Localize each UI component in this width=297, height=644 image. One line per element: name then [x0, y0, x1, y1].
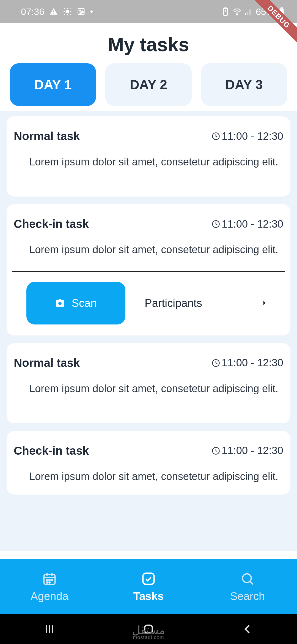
nav-search[interactable]: Search [198, 559, 297, 614]
clock-icon [212, 132, 220, 140]
svg-point-30 [49, 579, 50, 581]
task-card[interactable]: Normal task 11:00 - 12:30 Lorem ipsum do… [7, 116, 290, 197]
svg-point-35 [243, 574, 251, 583]
svg-point-10 [79, 10, 81, 11]
task-title: Check-in task [14, 217, 89, 231]
back-button[interactable] [241, 623, 254, 636]
page-title: My tasks [0, 34, 297, 56]
check-icon [141, 571, 156, 586]
divider [12, 271, 285, 272]
recents-button[interactable] [43, 623, 56, 636]
task-time: 11:00 - 12:30 [212, 445, 283, 457]
clock-icon [212, 359, 220, 367]
svg-rect-11 [223, 9, 227, 15]
calendar-icon [42, 571, 57, 586]
task-title: Normal task [14, 130, 80, 143]
home-button[interactable]: مستقل mostaql.com [142, 623, 155, 636]
svg-point-0 [66, 10, 69, 13]
task-description: Lorem ipsum dolor sit amet, consetetur a… [14, 382, 283, 396]
participants-button[interactable]: Participants [136, 297, 283, 309]
signal-icon [244, 7, 253, 16]
tab-day-2[interactable]: DAY 2 [105, 63, 191, 106]
svg-point-32 [46, 582, 48, 583]
task-card[interactable]: Check-in task 11:00 - 12:30 Lorem ipsum … [7, 431, 290, 495]
search-icon [240, 571, 255, 586]
status-bar: 07:36 65% DEBUG [0, 0, 297, 23]
svg-point-31 [51, 579, 53, 581]
task-title: Check-in task [14, 444, 89, 457]
svg-rect-17 [250, 9, 251, 15]
tab-day-3[interactable]: DAY 3 [201, 63, 287, 106]
svg-point-22 [58, 302, 62, 305]
watermark: مستقل mostaql.com [132, 625, 165, 640]
clock-icon [212, 447, 220, 455]
system-nav-bar: مستقل mostaql.com [0, 614, 297, 644]
svg-point-33 [49, 582, 50, 583]
nav-label: Tasks [133, 590, 164, 602]
camera-icon [55, 298, 65, 308]
svg-rect-19 [280, 7, 283, 9]
svg-line-7 [64, 14, 65, 15]
svg-rect-15 [247, 12, 248, 15]
task-time: 11:00 - 12:30 [212, 218, 283, 230]
clock-icon [212, 220, 220, 228]
status-left: 07:36 [21, 6, 93, 17]
battery-icon [277, 7, 286, 16]
task-card[interactable]: Normal task 11:00 - 12:30 Lorem ipsum do… [7, 343, 290, 423]
svg-rect-12 [225, 8, 226, 9]
chevron-right-icon [262, 300, 267, 306]
battery-percent: 65% [256, 6, 274, 17]
scan-button[interactable]: Scan [26, 282, 125, 324]
svg-line-36 [250, 582, 253, 584]
svg-point-29 [46, 579, 48, 581]
more-dot-icon [90, 10, 93, 13]
svg-point-13 [237, 14, 238, 15]
battery-saver-icon [221, 7, 230, 16]
task-title: Normal task [14, 356, 80, 370]
task-description: Lorem ipsum dolor sit amet, consetetur a… [14, 243, 283, 257]
task-description: Lorem ipsum dolor sit amet, consetetur a… [14, 470, 283, 484]
tab-day-1[interactable]: DAY 1 [10, 63, 96, 106]
svg-line-6 [70, 9, 71, 9]
warning-icon [49, 7, 58, 16]
nav-tasks[interactable]: Tasks [99, 559, 198, 614]
weather-icon [63, 7, 72, 16]
status-right: 65% [221, 6, 286, 17]
svg-line-5 [64, 9, 65, 9]
image-icon [77, 7, 86, 16]
wifi-icon [233, 7, 241, 16]
nav-agenda[interactable]: Agenda [0, 559, 99, 614]
task-list[interactable]: Normal task 11:00 - 12:30 Lorem ipsum do… [0, 111, 297, 551]
task-time: 11:00 - 12:30 [212, 130, 283, 142]
svg-line-8 [70, 14, 71, 15]
nav-label: Agenda [31, 590, 68, 602]
day-tabs: DAY 1 DAY 2 DAY 3 [0, 63, 297, 111]
task-card[interactable]: Check-in task 11:00 - 12:30 Lorem ipsum … [7, 204, 290, 335]
svg-rect-14 [245, 13, 246, 15]
nav-label: Search [230, 590, 265, 602]
svg-rect-18 [280, 9, 284, 15]
status-time: 07:36 [21, 6, 44, 17]
page-header: My tasks [0, 23, 297, 63]
task-description: Lorem ipsum dolor sit amet, consetetur a… [14, 155, 283, 169]
bottom-nav: Agenda Tasks Search [0, 559, 297, 614]
task-time: 11:00 - 12:30 [212, 357, 283, 369]
svg-rect-16 [249, 10, 250, 15]
